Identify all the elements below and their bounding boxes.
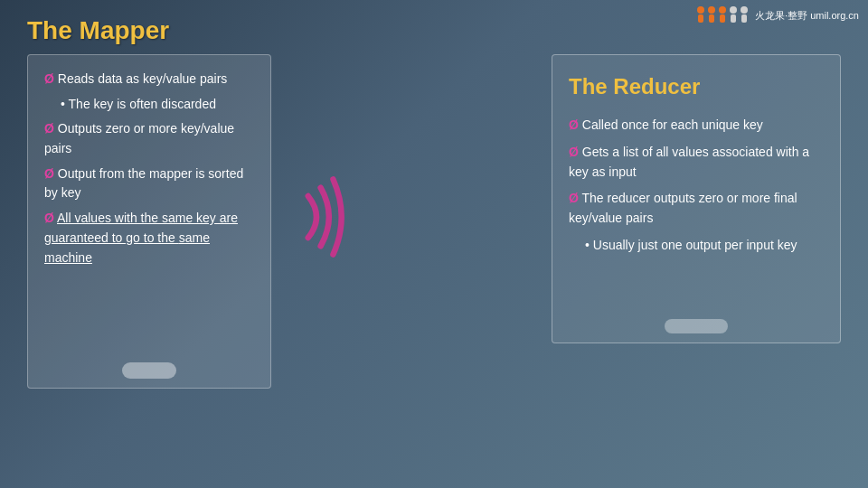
reducer-title-prefix: The: [569, 74, 613, 99]
mapper-text-2: The key is often discarded: [69, 97, 216, 111]
reducer-arrow-1: Ø: [569, 117, 579, 132]
mapper-item-1: Ø Reads data as key/value pairs: [44, 70, 254, 89]
mapper-item-3: Ø Outputs zero or more key/value pairs: [44, 119, 254, 158]
content-area: Ø Reads data as key/value pairs • The ke…: [0, 54, 868, 389]
signal-arcs-svg: [280, 163, 353, 271]
reducer-panel: The Reducer Ø Called once for each uniqu…: [552, 54, 841, 343]
mapper-footer: [122, 362, 176, 379]
mapper-item-4: Ø Output from the mapper is sorted by ke…: [44, 164, 254, 203]
svg-point-4: [719, 6, 726, 14]
logo-area: 火龙果·整野 umil.org.cn: [695, 5, 859, 25]
svg-point-8: [741, 6, 748, 14]
reducer-footer-shape: [665, 319, 728, 333]
logo-figures: [695, 5, 750, 25]
mapper-arrow-3: Ø: [44, 121, 54, 136]
logo-icon: [695, 5, 750, 25]
reducer-item-2: Ø Gets a list of all values associated w…: [569, 143, 824, 182]
reducer-item-4: • Usually just one output per input key: [569, 236, 824, 256]
reducer-arrow-3: Ø: [569, 191, 579, 205]
mapper-text-3: Outputs zero or more key/value pairs: [44, 121, 234, 155]
svg-rect-7: [731, 14, 736, 23]
mapper-arrow-5: Ø: [44, 211, 54, 225]
svg-rect-1: [698, 14, 703, 23]
mapper-arrow-1: Ø: [44, 71, 54, 86]
reducer-title: The Reducer: [569, 70, 824, 103]
svg-point-6: [730, 6, 737, 14]
reducer-item-1: Ø Called once for each unique key: [569, 116, 824, 136]
reducer-dot-4: •: [585, 238, 590, 252]
svg-rect-3: [709, 14, 714, 23]
reducer-text-2: Gets a list of all values associated wit…: [569, 145, 809, 179]
reducer-text-3: The reducer outputs zero or more final k…: [569, 191, 797, 225]
svg-rect-9: [741, 14, 747, 23]
logo-text: 火龙果·整野 umil.org.cn: [755, 9, 859, 22]
mapper-dot-2: •: [61, 97, 65, 111]
mapper-panel: Ø Reads data as key/value pairs • The ke…: [27, 54, 271, 389]
reducer-footer: [665, 319, 728, 333]
svg-rect-5: [720, 14, 725, 23]
mapper-text-1: Reads data as key/value pairs: [58, 71, 228, 86]
svg-point-2: [708, 6, 715, 14]
signal-icon-area: [280, 163, 353, 271]
reducer-text-1: Called once for each unique key: [582, 117, 763, 132]
mapper-text-4: Output from the mapper is sorted by key: [44, 166, 243, 201]
reducer-text-4: Usually just one output per input key: [593, 238, 797, 252]
mapper-text-5: All values with the same key are guarant…: [44, 211, 238, 264]
mapper-footer-shape: [122, 362, 176, 379]
mapper-arrow-4: Ø: [44, 166, 54, 181]
mapper-item-2: • The key is often discarded: [44, 95, 254, 115]
mapper-item-5: Ø All values with the same key are guara…: [44, 209, 254, 267]
reducer-title-highlight: Reducer: [613, 74, 700, 99]
reducer-arrow-2: Ø: [569, 145, 579, 159]
svg-point-0: [697, 6, 704, 14]
reducer-item-3: Ø The reducer outputs zero or more final…: [569, 189, 824, 228]
